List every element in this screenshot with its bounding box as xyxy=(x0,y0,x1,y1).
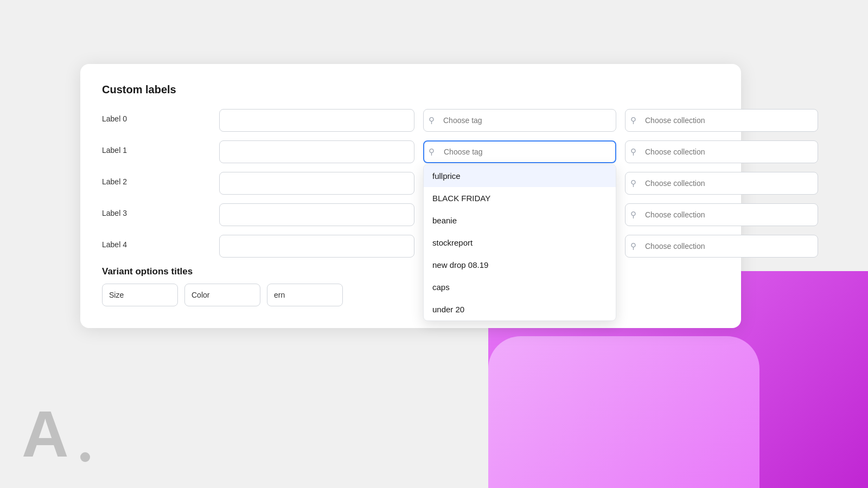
label-0-tag-field: ⚲ xyxy=(423,109,616,132)
label-row-2: Label 2 ⚲ xyxy=(102,172,719,195)
variant-section: Variant options titles xyxy=(102,266,719,306)
logo-letter: A xyxy=(22,401,69,466)
label-2-collection-input[interactable] xyxy=(625,172,818,195)
dropdown-item-newdrop[interactable]: new drop 08.19 xyxy=(424,254,616,276)
label-2-collection-field: ⚲ xyxy=(625,172,818,195)
variant-input-size[interactable] xyxy=(102,284,178,306)
dropdown-item-caps[interactable]: caps xyxy=(424,276,616,298)
label-1-tag-field: ⚲ fullprice BLACK FRIDAY beanie stockrep… xyxy=(423,140,616,163)
label-row-3: Label 3 ⚲ xyxy=(102,203,719,226)
label-3-collection-field: ⚲ xyxy=(625,203,818,226)
variant-inputs-row xyxy=(102,284,719,306)
dropdown-item-stockreport[interactable]: stockreport xyxy=(424,232,616,254)
variant-input-ern[interactable] xyxy=(267,284,343,306)
dropdown-item-blackfriday[interactable]: BLACK FRIDAY xyxy=(424,187,616,209)
section-title: Custom labels xyxy=(102,84,719,96)
label-row-0: Label 0 ⚲ ⚲ xyxy=(102,109,719,132)
label-4-collection-field: ⚲ xyxy=(625,235,818,258)
label-0-tag-input[interactable] xyxy=(423,109,616,132)
label-row-4: Label 4 ⚲ xyxy=(102,235,719,258)
label-1-collection-input[interactable] xyxy=(625,140,818,163)
label-1-collection-field: ⚲ xyxy=(625,140,818,163)
label-0-text-input[interactable] xyxy=(219,109,414,132)
label-0-collection-input[interactable] xyxy=(625,109,818,132)
label-2-text-input[interactable] xyxy=(219,172,414,195)
label-0-collection-field: ⚲ xyxy=(625,109,818,132)
variant-section-title: Variant options titles xyxy=(102,266,719,277)
label-row-1: Label 1 ⚲ fullprice BLACK FRIDAY beanie … xyxy=(102,140,719,163)
row-label-0: Label 0 xyxy=(102,109,210,123)
variant-input-color[interactable] xyxy=(184,284,260,306)
row-label-1: Label 1 xyxy=(102,140,210,155)
row-label-2: Label 2 xyxy=(102,172,210,186)
row-label-3: Label 3 xyxy=(102,203,210,217)
label-1-tag-input[interactable] xyxy=(423,140,616,163)
main-card: Custom labels Label 0 ⚲ ⚲ Label 1 ⚲ full… xyxy=(80,64,741,328)
label-3-collection-input[interactable] xyxy=(625,203,818,226)
tag-dropdown: fullprice BLACK FRIDAY beanie stockrepor… xyxy=(423,164,616,321)
bg-decoration-2 xyxy=(488,336,760,488)
dropdown-item-fullprice[interactable]: fullprice xyxy=(424,165,616,187)
logo-dot xyxy=(80,452,90,462)
dropdown-item-under20[interactable]: under 20 xyxy=(424,298,616,320)
label-4-text-input[interactable] xyxy=(219,235,414,258)
dropdown-item-beanie[interactable]: beanie xyxy=(424,209,616,232)
row-label-4: Label 4 xyxy=(102,235,210,249)
label-3-text-input[interactable] xyxy=(219,203,414,226)
label-4-collection-input[interactable] xyxy=(625,235,818,258)
label-1-text-input[interactable] xyxy=(219,140,414,163)
